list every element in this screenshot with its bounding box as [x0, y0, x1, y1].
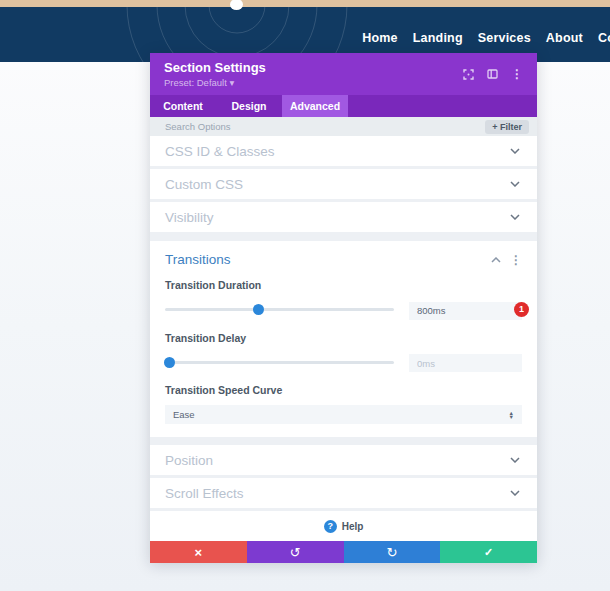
transition-delay-label: Transition Delay — [165, 332, 522, 344]
transitions-header[interactable]: Transitions ⋮ — [165, 252, 522, 267]
modal-action-bar: × ↺ ↻ ✓ — [150, 541, 537, 563]
tab-advanced[interactable]: Advanced — [282, 95, 348, 117]
accordion-title: Position — [165, 453, 510, 468]
nav-link-home[interactable]: Home — [362, 31, 398, 45]
transitions-header-icons: ⋮ — [491, 255, 522, 265]
undo-button[interactable]: ↺ — [247, 541, 344, 563]
nav-link-contact[interactable]: Co — [598, 31, 610, 45]
accordion-position[interactable]: Position — [150, 445, 537, 475]
chevron-down-icon — [510, 148, 520, 154]
panel-layout-icon[interactable] — [487, 69, 498, 79]
panel-footer: ? Help — [150, 511, 537, 541]
tab-content[interactable]: Content — [150, 95, 216, 117]
section-settings-modal: Section Settings Preset: Default ▾ — [150, 53, 537, 563]
modal-title-block: Section Settings Preset: Default ▾ — [164, 60, 463, 88]
cancel-button[interactable]: × — [150, 541, 247, 563]
slider-track — [165, 308, 394, 311]
nav-link-services[interactable]: Services — [478, 31, 531, 45]
filter-button[interactable]: + Filter — [485, 120, 529, 134]
accordion-css-id-classes[interactable]: CSS ID & Classes — [150, 136, 537, 166]
chevron-down-icon — [510, 214, 520, 220]
chevron-down-icon — [510, 181, 520, 187]
settings-tabs: Content Design Advanced — [150, 95, 537, 117]
transition-delay-input[interactable] — [409, 354, 522, 372]
help-label: Help — [342, 521, 364, 532]
preset-dropdown[interactable]: Preset: Default ▾ — [164, 77, 463, 88]
chevron-down-icon — [510, 490, 520, 496]
expand-icon[interactable] — [463, 69, 474, 80]
transition-delay-row — [165, 353, 522, 373]
accordion-scroll-effects[interactable]: Scroll Effects — [150, 478, 537, 508]
transition-duration-label: Transition Duration — [165, 279, 522, 291]
site-nav: Home Landing Services About Co — [362, 31, 610, 45]
speed-curve-selected-value: Ease — [173, 409, 509, 420]
transition-speed-curve-label: Transition Speed Curve — [165, 384, 522, 396]
redo-button[interactable]: ↻ — [344, 541, 441, 563]
transitions-panel: Transitions ⋮ Transition Duration 1 — [150, 241, 537, 437]
transition-duration-row: 1 — [165, 300, 522, 320]
select-updown-icon: ▲▼ — [509, 411, 514, 419]
accordion-title: CSS ID & Classes — [165, 144, 510, 159]
slider-handle[interactable] — [164, 357, 175, 368]
transition-delay-slider[interactable] — [165, 353, 394, 371]
accordion-title: Scroll Effects — [165, 486, 510, 501]
slider-track — [165, 361, 394, 364]
nav-link-landing[interactable]: Landing — [413, 31, 463, 45]
settings-content: CSS ID & Classes Custom CSS Visibility T… — [150, 136, 537, 541]
chevron-down-icon — [510, 457, 520, 463]
tab-design[interactable]: Design — [216, 95, 282, 117]
modal-title: Section Settings — [164, 60, 463, 75]
accordion-visibility[interactable]: Visibility — [150, 202, 537, 232]
transitions-title: Transitions — [165, 252, 491, 267]
transition-duration-input[interactable] — [409, 302, 522, 320]
speed-curve-select[interactable]: Ease ▲▼ — [165, 405, 522, 424]
help-link[interactable]: ? Help — [324, 520, 364, 533]
transition-delay-value-wrap — [409, 353, 522, 373]
accordion-title: Custom CSS — [165, 177, 510, 192]
nav-link-about[interactable]: About — [546, 31, 583, 45]
search-options-input[interactable] — [165, 121, 485, 132]
kebab-menu-icon[interactable]: ⋮ — [511, 69, 523, 79]
transition-duration-slider[interactable] — [165, 301, 394, 319]
transition-duration-value-wrap: 1 — [409, 300, 522, 320]
preset-caret-icon: ▾ — [229, 77, 234, 88]
accordion-custom-css[interactable]: Custom CSS — [150, 169, 537, 199]
save-button[interactable]: ✓ — [440, 541, 537, 563]
slider-handle[interactable] — [253, 304, 264, 315]
change-count-badge: 1 — [514, 302, 529, 317]
accordion-title: Visibility — [165, 210, 510, 225]
help-question-icon: ? — [324, 520, 337, 533]
transitions-kebab-icon[interactable]: ⋮ — [510, 255, 522, 265]
modal-header-icons: ⋮ — [463, 69, 523, 80]
search-options-bar: + Filter — [150, 117, 537, 136]
top-strip — [0, 0, 610, 7]
preset-label: Preset: Default — [164, 77, 227, 88]
chevron-up-icon[interactable] — [491, 257, 501, 263]
modal-header: Section Settings Preset: Default ▾ — [150, 53, 537, 95]
